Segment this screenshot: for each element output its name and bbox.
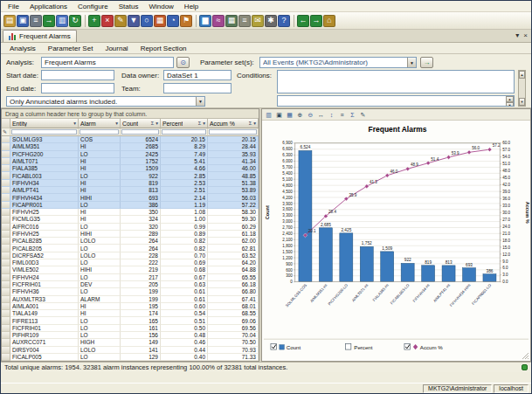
analysis-lookup-button[interactable]: ⊙: [176, 57, 190, 68]
dropdown-arrow-icon[interactable]: ▼: [196, 97, 204, 106]
copy-chart-icon[interactable]: ▥: [264, 110, 273, 120]
column-filter-icon[interactable]: ▾: [73, 121, 76, 126]
tab-frequent-alarms[interactable]: Frequent Alarms: [3, 30, 77, 42]
scroll-down-icon[interactable]: ▼: [519, 98, 525, 106]
back-icon[interactable]: ←: [297, 15, 309, 27]
pan-vertical-icon[interactable]: ↕: [327, 110, 336, 120]
data-owner-input[interactable]: DataSet 1: [163, 70, 231, 80]
alarm-flag-icon[interactable]: ⚑: [180, 15, 192, 27]
filter-input[interactable]: [79, 129, 119, 135]
scroll-up-icon[interactable]: ▲: [506, 96, 514, 102]
conditions-detail-box[interactable]: ▲▼: [277, 95, 515, 107]
annotate-icon[interactable]: ✎: [358, 110, 368, 120]
filter-note-combo[interactable]: Only Annunciated alarms included. ▼: [6, 96, 205, 107]
zoom-in-icon[interactable]: ⊕: [295, 110, 305, 120]
delete-icon[interactable]: ×: [101, 15, 114, 27]
forward-icon[interactable]: →: [310, 15, 322, 27]
table-row[interactable]: FIFHVH34HI8192.5351.38: [2, 180, 259, 187]
sum-menu-icon[interactable]: Σ: [249, 121, 252, 126]
add-icon[interactable]: +: [88, 15, 100, 27]
save-icon[interactable]: ▣: [17, 15, 29, 27]
mail-icon[interactable]: ✉: [252, 15, 264, 27]
table-row[interactable]: FIFHVH24LO2170.6765.55: [2, 274, 259, 281]
chart-options-icon[interactable]: ≡: [337, 110, 347, 120]
column-header-count[interactable]: CountΣ▾: [121, 119, 161, 128]
table-row[interactable]: AUXRCC071HIGH1490.4670.50: [2, 339, 259, 346]
refresh-icon[interactable]: ↻: [69, 15, 81, 27]
table-row[interactable]: VIMLE502HIHI2190.6864.88: [2, 266, 259, 273]
column-filter-icon[interactable]: ▾: [203, 121, 205, 126]
filter-input[interactable]: [209, 129, 257, 135]
table-row[interactable]: FIFRE113LO1650.5169.06: [2, 317, 259, 324]
filter-cell-entity[interactable]: [10, 128, 79, 136]
table-row[interactable]: PIFHR109LO1560.4870.04: [2, 332, 259, 339]
calendar-icon[interactable]: ▦: [154, 15, 166, 27]
menu-applications[interactable]: Applications: [24, 3, 73, 10]
home-icon[interactable]: ⌂: [323, 15, 335, 27]
table-row[interactable]: FICMLG35HI3241.0059.30: [2, 216, 259, 223]
table-row[interactable]: FIML00D3LO2220.6964.20: [2, 259, 259, 266]
table-icon[interactable]: ▦: [225, 15, 238, 27]
print-icon[interactable]: ≡: [30, 15, 42, 27]
column-filter-icon[interactable]: ▾: [253, 121, 256, 126]
table-row[interactable]: TIALA149HI1740.5468.55: [2, 310, 259, 317]
table-row[interactable]: FIFHVH36LO1990.6166.80: [2, 288, 259, 295]
close-icon[interactable]: ×: [523, 31, 528, 39]
clock-icon[interactable]: ◔: [167, 15, 179, 27]
menu-file[interactable]: File: [3, 3, 24, 10]
filter-cell-percent[interactable]: [161, 128, 208, 136]
column-filter-icon[interactable]: ▾: [155, 121, 158, 126]
save-chart-icon[interactable]: ▣: [274, 110, 284, 120]
table-row[interactable]: PICALB285LOLO2640.8262.00: [2, 238, 259, 245]
menu-parameter-set[interactable]: Parameter Set: [42, 45, 100, 52]
team-input[interactable]: [163, 83, 231, 93]
column-header-alarm[interactable]: Alarm▾: [79, 119, 121, 128]
menu-report-section[interactable]: Report Section: [135, 45, 193, 52]
filter-input[interactable]: [121, 129, 159, 135]
spinner[interactable]: ▲▼: [506, 96, 514, 106]
table-row[interactable]: SOLMLG93COS652420.1520.15: [2, 136, 259, 143]
menu-journal[interactable]: Journal: [99, 45, 134, 52]
conditions-box[interactable]: [277, 70, 515, 93]
table-row[interactable]: FICALP005LO1290.4071.33: [2, 354, 259, 361]
copy-icon[interactable]: ▥: [56, 15, 68, 27]
scroll-down-icon[interactable]: ▼: [506, 102, 514, 107]
menu-configure[interactable]: Configure: [73, 3, 114, 10]
paramset-combo[interactable]: All Events (MKTG2\Administrator) ▼: [259, 57, 417, 68]
end-date-input[interactable]: [41, 83, 114, 93]
zoom-out-icon[interactable]: ⊖: [306, 110, 315, 120]
export-icon[interactable]: →: [43, 15, 55, 27]
table-row[interactable]: DIRSY004LOLO1410.4470.93: [2, 347, 259, 354]
find-icon[interactable]: ○: [141, 15, 153, 27]
sum-menu-icon[interactable]: Σ: [151, 121, 154, 126]
chart-line-icon[interactable]: ≈: [212, 15, 225, 27]
table-row[interactable]: FICFRIH01LO1610.5069.56: [2, 325, 259, 332]
chevron-down-icon[interactable]: ▾: [515, 31, 519, 39]
table-row[interactable]: PICALB205LO2640.8262.81: [2, 245, 259, 252]
filter-input[interactable]: [11, 129, 77, 135]
table-row[interactable]: FIALA385HI15094.6646.00: [2, 165, 259, 172]
menu-help[interactable]: Help: [179, 3, 204, 10]
table-row[interactable]: AIMLT071HI17525.4141.34: [2, 158, 259, 165]
menu-window[interactable]: Window: [143, 3, 178, 10]
column-header-accum[interactable]: Accum %Σ▾: [208, 119, 259, 128]
apply-paramset-button[interactable]: →: [420, 57, 433, 68]
dropdown-arrow-icon[interactable]: ▼: [407, 58, 416, 67]
chart-type-icon[interactable]: ▦: [285, 110, 294, 120]
table-row[interactable]: FICFRIH01DEV2050.6366.18: [2, 281, 259, 288]
column-header-percent[interactable]: PercentΣ▾: [161, 119, 208, 128]
help-icon[interactable]: ?: [278, 15, 290, 27]
table-row[interactable]: AIFRC016LO3200.9960.29: [2, 224, 259, 231]
analysis-input[interactable]: Frequent Alarms: [41, 57, 174, 68]
filter-cell-count[interactable]: [121, 128, 161, 136]
open-icon[interactable]: ▤: [3, 15, 16, 27]
table-row[interactable]: AIMLPT41HI8132.5153.89: [2, 187, 259, 194]
table-row[interactable]: FIFHVH434HIHI6932.1456.03: [2, 194, 259, 201]
conditions-scrollbar[interactable]: ▲ ▼: [518, 70, 526, 107]
sum-menu-icon[interactable]: Σ: [198, 121, 201, 126]
filter-edit-cell[interactable]: ✎: [2, 128, 10, 136]
filter-cell-accum[interactable]: [208, 128, 259, 136]
table-row[interactable]: FICABL003LO9222.8548.85: [2, 172, 259, 179]
edit-icon[interactable]: ✎: [114, 15, 127, 27]
table-row[interactable]: AIMLA001HI1950.6068.01: [2, 303, 259, 310]
